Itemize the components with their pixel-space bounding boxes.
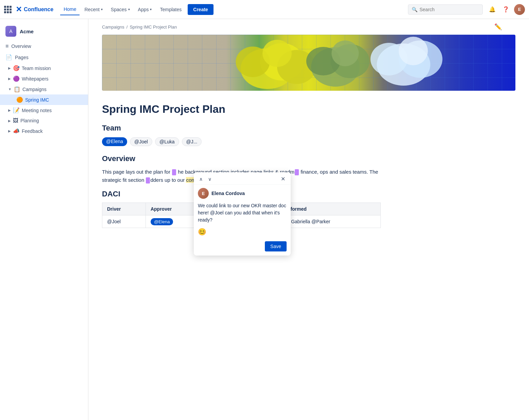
search-input[interactable]	[420, 7, 479, 12]
chevron-down-icon: ▼	[8, 87, 12, 91]
sidebar-item-spring-imc[interactable]: 🟠 Spring IMC	[0, 94, 88, 105]
team-mission-icon: 🎯	[13, 65, 20, 71]
breadcrumb: Campaigns / Spring IMC Project Plan	[102, 24, 177, 30]
chevron-right-icon: ▶	[8, 77, 11, 81]
daci-col-informed: Informed	[281, 203, 380, 215]
comment-body: We could link to our new OKR master doc …	[194, 201, 291, 226]
comment-close-button[interactable]: ✕	[279, 175, 287, 183]
chevron-right-icon: ▶	[8, 66, 11, 70]
hero-banner	[102, 35, 515, 91]
sidebar-item-pages[interactable]: 📄 Pages	[0, 52, 88, 63]
page-body: Spring IMC Project Plan Team @Elena @Joe…	[88, 91, 394, 242]
nav-apps[interactable]: Apps ▾	[135, 4, 155, 15]
logo-text: Confluence	[24, 6, 53, 13]
breadcrumb-separator: /	[126, 24, 128, 30]
team-tags: @Elena @Joel @Luka @J...	[102, 137, 381, 146]
search-box[interactable]: 🔍	[408, 4, 483, 15]
tree-item-label: Team mission	[22, 66, 51, 71]
daci-col-driver: Driver	[102, 203, 146, 215]
svg-point-4	[262, 40, 292, 67]
breadcrumb-campaigns[interactable]: Campaigns	[102, 24, 124, 30]
daci-informed: @Gabriella @Parker	[281, 215, 380, 228]
topnav-icons: 🔔 ❓ E	[487, 4, 525, 15]
whitepapers-icon: 🟣	[13, 75, 20, 82]
overview-icon: ≡	[5, 43, 8, 49]
svg-point-8	[331, 40, 359, 66]
main-content: Campaigns / Spring IMC Project Plan ✏️	[88, 19, 529, 420]
chevron-down-icon: ▾	[150, 7, 152, 11]
comment-next-button[interactable]: ∨	[207, 176, 213, 182]
comment-nav-arrows: ∧ ∨	[198, 176, 213, 182]
daci-approver-tag[interactable]: @Elena	[151, 218, 173, 225]
sidebar-item-team-mission[interactable]: ▶ 🎯 Team mission	[0, 63, 88, 73]
sidebar-item-label: Pages	[15, 55, 29, 60]
sidebar-item-planning[interactable]: ▶ 🖼 Planning	[0, 116, 88, 126]
avatar[interactable]: E	[514, 4, 525, 15]
nav-recent[interactable]: Recent ▾	[81, 4, 106, 15]
comment-author-row: E Elena Cordova	[194, 185, 291, 201]
notifications-button[interactable]: 🔔	[487, 4, 498, 15]
comment-emoji: 😊	[194, 226, 291, 239]
sidebar-item-meeting-notes[interactable]: ▶ 📝 Meeting notes	[0, 105, 88, 116]
team-tag-elena[interactable]: @Elena	[102, 137, 127, 146]
team-tag-j[interactable]: @J...	[182, 137, 202, 146]
nav-templates[interactable]: Templates	[156, 4, 185, 15]
team-tag-luka[interactable]: @Luka	[155, 137, 179, 146]
logo[interactable]: ✕ Confluence	[16, 5, 53, 14]
feedback-icon: 📣	[13, 128, 20, 134]
sidebar: A Acme ≡ Overview 📄 Pages ▶ 🎯 Team missi…	[0, 19, 88, 420]
space-icon: A	[5, 26, 16, 37]
meeting-notes-icon: 📝	[13, 107, 20, 113]
breadcrumb-row: Campaigns / Spring IMC Project Plan ✏️	[88, 19, 529, 31]
sidebar-item-campaigns[interactable]: ▼ 📋 Campaigns	[0, 84, 88, 94]
chevron-right-icon: ▶	[8, 129, 11, 133]
chevron-right-icon: ▶	[8, 108, 11, 112]
help-button[interactable]: ❓	[500, 4, 511, 15]
layout: A Acme ≡ Overview 📄 Pages ▶ 🎯 Team missi…	[0, 19, 529, 420]
comment-footer: Save	[194, 239, 291, 256]
page-title: Spring IMC Project Plan	[102, 103, 381, 116]
comment-nav: ∧ ∨ ✕	[194, 172, 291, 185]
topnav: ✕ Confluence Home Recent ▾ Spaces ▾ Apps…	[0, 0, 529, 19]
chevron-right-icon: ▶	[8, 119, 11, 123]
space-header[interactable]: A Acme	[0, 23, 88, 41]
space-name: Acme	[20, 29, 34, 34]
daci-driver: @Joel	[102, 215, 146, 228]
nav-home[interactable]: Home	[60, 4, 80, 15]
tree-item-label: Campaigns	[22, 87, 47, 92]
sidebar-item-label: Overview	[11, 43, 31, 49]
pages-icon: 📄	[5, 54, 12, 60]
tree-item-label: Meeting notes	[22, 108, 52, 113]
logo-icon: ✕	[16, 5, 22, 14]
sidebar-item-overview[interactable]: ≡ Overview	[0, 41, 88, 52]
nav-spaces[interactable]: Spaces ▾	[107, 4, 133, 15]
section-heading-team: Team	[102, 124, 381, 133]
create-button[interactable]: Create	[188, 4, 214, 15]
section-heading-overview: Overview	[102, 154, 381, 163]
spring-imc-icon: 🟠	[16, 97, 23, 103]
apps-grid-icon[interactable]	[4, 6, 12, 13]
chevron-down-icon: ▾	[128, 7, 130, 11]
tree-item-label: Feedback	[22, 128, 42, 134]
tree-item-label: Whitepapers	[22, 76, 49, 82]
campaigns-icon: 📋	[14, 86, 20, 92]
team-tag-joel[interactable]: @Joel	[130, 137, 152, 146]
sidebar-item-feedback[interactable]: ▶ 📣 Feedback	[0, 126, 88, 136]
comment-prev-button[interactable]: ∧	[198, 176, 204, 182]
comment-save-button[interactable]: Save	[265, 241, 287, 251]
svg-point-12	[399, 37, 428, 65]
planning-icon: 🖼	[13, 118, 18, 124]
breadcrumb-current: Spring IMC Project Plan	[130, 24, 177, 30]
comment-author-avatar: E	[198, 188, 209, 199]
tree-item-label: Spring IMC	[25, 97, 49, 103]
comment-author-name: Elena Cordova	[211, 191, 245, 196]
search-icon: 🔍	[412, 7, 417, 12]
sidebar-item-whitepapers[interactable]: ▶ 🟣 Whitepapers	[0, 73, 88, 84]
tree-item-label: Planning	[20, 118, 39, 123]
edit-icon[interactable]: ✏️	[494, 23, 502, 31]
chevron-down-icon: ▾	[101, 7, 103, 11]
comment-popup: ∧ ∨ ✕ E Elena Cordova We could link to o…	[194, 172, 291, 256]
